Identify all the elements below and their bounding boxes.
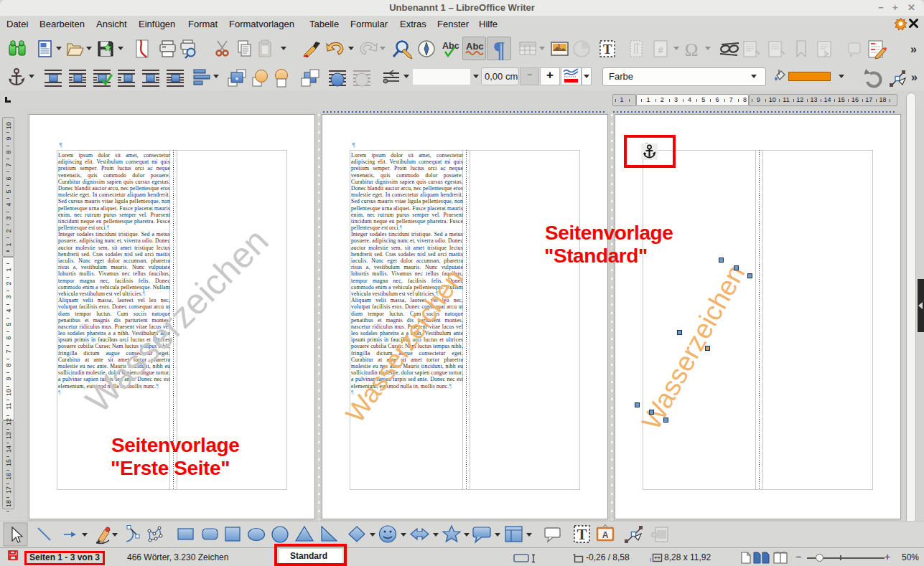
svg-text:Ω: Ω: [685, 40, 699, 60]
svg-text:A: A: [602, 530, 609, 540]
svg-text:●: ●: [235, 75, 239, 82]
svg-text:T: T: [603, 42, 612, 57]
svg-text:»: »: [910, 43, 917, 55]
svg-text:Abc: Abc: [466, 41, 484, 52]
svg-text:»: »: [911, 71, 918, 83]
svg-text:#: #: [658, 44, 663, 55]
svg-text:T: T: [577, 526, 587, 543]
svg-text:¶: ¶: [493, 37, 505, 62]
svg-text:I: I: [650, 557, 651, 563]
